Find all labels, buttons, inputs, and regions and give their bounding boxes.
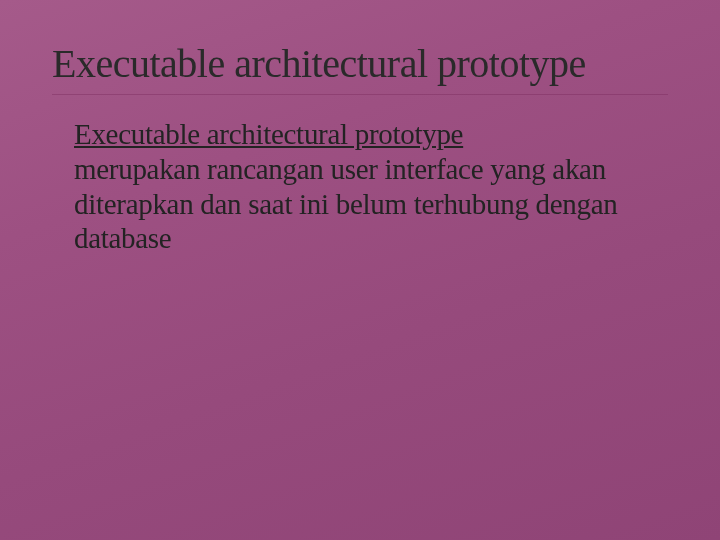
slide-title: Executable architectural prototype <box>52 42 668 95</box>
body-subtitle: Executable architectural prototype <box>74 117 658 152</box>
slide-body: Executable architectural prototype merup… <box>52 117 668 256</box>
slide-container: Executable architectural prototype Execu… <box>0 0 720 540</box>
body-description: merupakan rancangan user interface yang … <box>74 152 658 256</box>
